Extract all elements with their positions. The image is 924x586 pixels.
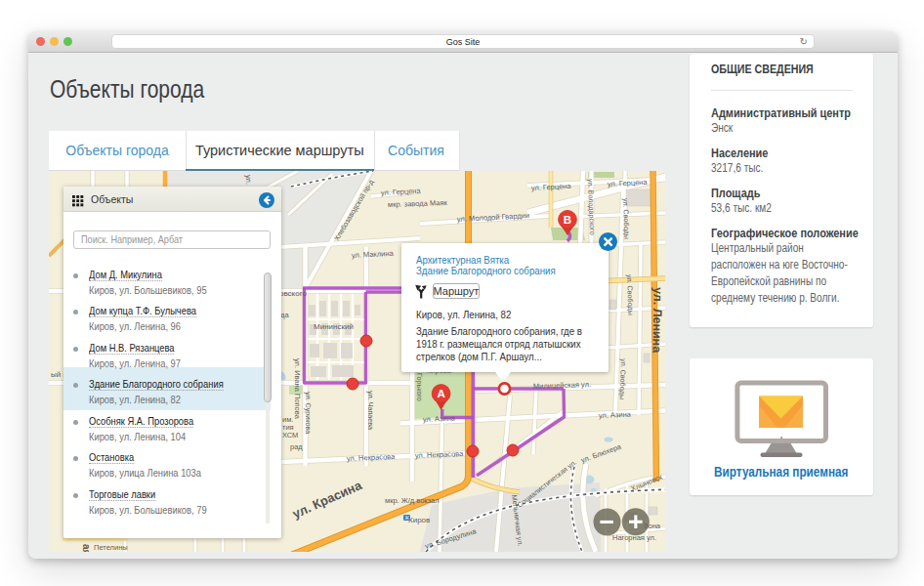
svg-text:Петелины: Петелины <box>94 543 128 552</box>
svg-text:B: B <box>564 214 571 226</box>
svg-text:Мининский: Мининский <box>314 322 354 331</box>
svg-text:ая: ая <box>81 544 92 552</box>
svg-text:да: да <box>280 311 289 319</box>
svg-text:A: A <box>437 388 444 399</box>
svg-text:ул. Ивана Попова: ул. Ивана Попова <box>293 358 302 420</box>
svg-text:ХСМ: ХСМ <box>282 431 298 440</box>
svg-text:Горького: Горького <box>415 373 424 401</box>
svg-text:Киров: Киров <box>408 516 430 524</box>
svg-text:овского: овского <box>279 289 307 298</box>
svg-text:ул. Сурикова: ул. Сурикова <box>304 392 313 434</box>
svg-text:ул. Свободы: ул. Свободы <box>625 274 635 315</box>
svg-text:ул. Свободы: ул. Свободы <box>621 198 631 239</box>
svg-text:рад: рад <box>290 442 303 451</box>
svg-text:ул. Азина: ул. Азина <box>423 414 456 424</box>
svg-text:мкр. Ж/д вокзал: мкр. Ж/д вокзал <box>385 496 440 505</box>
svg-text:ул. Азина: ул. Азина <box>599 410 632 420</box>
svg-text:ул. Ленина: ул. Ленина <box>650 287 664 354</box>
svg-text:ул. Свободы: ул. Свободы <box>618 358 628 399</box>
svg-text:ул. Чапаева: ул. Чапаева <box>366 391 375 430</box>
